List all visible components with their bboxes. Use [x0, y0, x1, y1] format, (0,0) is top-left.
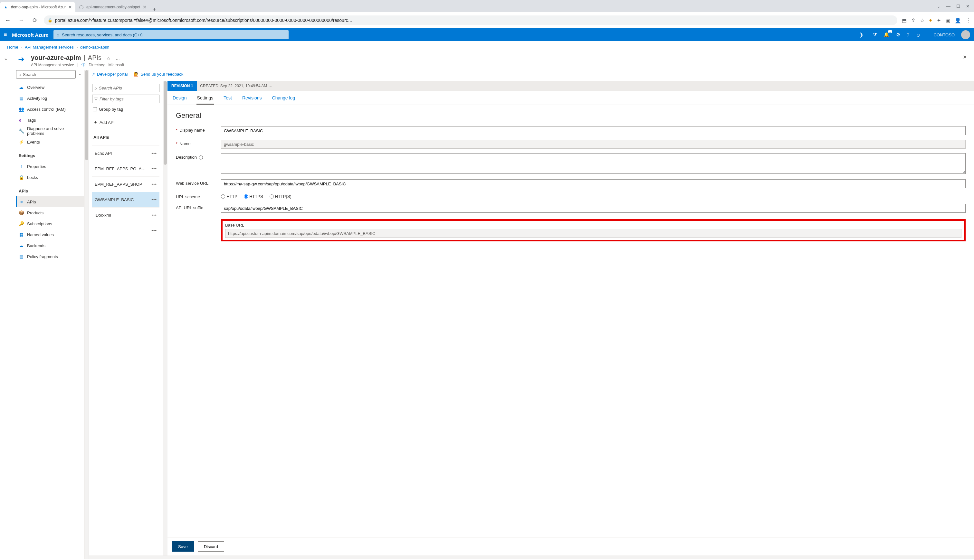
- url-input[interactable]: 🔒 portal.azure.com/?feature.customportal…: [44, 15, 897, 25]
- radio-http[interactable]: HTTP: [221, 194, 237, 199]
- azure-brand[interactable]: Microsoft Azure: [12, 32, 48, 38]
- save-button[interactable]: Save: [172, 541, 194, 552]
- all-apis-heading[interactable]: All APIs: [92, 132, 159, 143]
- menu-item-activity-log[interactable]: ▤Activity log: [16, 93, 84, 103]
- menu-item-properties[interactable]: ⫿Properties: [16, 161, 84, 172]
- notifications-icon[interactable]: 🔔: [884, 32, 890, 38]
- menu-label: Locks: [27, 175, 38, 180]
- extension-icon[interactable]: ●: [929, 17, 932, 23]
- menu-item-events[interactable]: ⚡Events: [16, 137, 84, 147]
- collapse-menu-icon[interactable]: «: [79, 72, 81, 77]
- back-button[interactable]: ←: [3, 16, 12, 25]
- tab-change-log[interactable]: Change log: [272, 93, 296, 105]
- menu-item-policy-fragments[interactable]: ▤Policy fragments: [16, 251, 84, 262]
- settings-icon[interactable]: ⚙: [896, 32, 900, 38]
- tab-test[interactable]: Test: [223, 93, 232, 105]
- discard-button[interactable]: Discard: [198, 541, 224, 552]
- radio-https[interactable]: HTTPS: [244, 194, 263, 199]
- info-icon[interactable]: ⓘ: [82, 62, 85, 68]
- extensions-icon[interactable]: ✦: [937, 17, 941, 23]
- maximize-icon[interactable]: ☐: [956, 4, 960, 9]
- api-url-suffix-input[interactable]: [221, 204, 966, 213]
- expand-icon[interactable]: »: [5, 57, 7, 62]
- browser-tab-azure[interactable]: ▲ demo-sap-apim - Microsoft Azur ✕: [0, 2, 75, 12]
- api-item[interactable]: Echo API•••: [92, 145, 159, 161]
- group-by-tag-checkbox[interactable]: Group by tag: [92, 105, 159, 113]
- menu-item-apis[interactable]: ➜APIs: [16, 196, 84, 207]
- more-icon[interactable]: •••: [151, 182, 157, 187]
- api-item[interactable]: EPM_REF_APPS_PO_A…•••: [92, 161, 159, 177]
- add-api-button[interactable]: ＋ Add API: [92, 115, 159, 129]
- menu-search-input[interactable]: ⌕ Search: [16, 70, 76, 78]
- tab-revisions[interactable]: Revisions: [242, 93, 262, 105]
- sidepanel-icon[interactable]: ▣: [946, 17, 950, 23]
- menu-scrollbar[interactable]: [84, 70, 89, 559]
- tab-settings[interactable]: Settings: [197, 93, 214, 105]
- developer-portal-link[interactable]: ↗ Developer portal: [92, 72, 127, 77]
- tab-design[interactable]: Design: [172, 93, 187, 105]
- install-icon[interactable]: ⬒: [902, 17, 907, 23]
- close-icon[interactable]: ✕: [143, 5, 147, 10]
- menu-item-access-control-iam-[interactable]: 👥Access control (IAM): [16, 103, 84, 115]
- profile-icon[interactable]: 👤: [955, 17, 961, 23]
- api-search-input[interactable]: ⌕ Search APIs: [92, 84, 159, 92]
- api-item[interactable]: iDoc-xml•••: [92, 207, 159, 223]
- web-service-url-input[interactable]: [221, 179, 966, 188]
- menu-icon[interactable]: ⋮: [966, 17, 971, 23]
- minimize-icon[interactable]: —: [946, 4, 951, 9]
- form-action-bar: Save Discard: [167, 537, 974, 555]
- bookmark-icon[interactable]: ☆: [920, 17, 924, 23]
- menu-item-products[interactable]: 📦Products: [16, 207, 84, 218]
- close-blade-icon[interactable]: ✕: [963, 54, 967, 60]
- more-icon[interactable]: •••: [151, 167, 157, 171]
- more-icon[interactable]: •••: [151, 213, 157, 218]
- menu-item-overview[interactable]: ☁Overview: [16, 82, 84, 93]
- menu-icon: ▦: [19, 232, 24, 237]
- filter-icon[interactable]: ⧩: [873, 32, 877, 38]
- api-item[interactable]: •••: [92, 223, 159, 238]
- breadcrumb-resource[interactable]: demo-sap-apim: [80, 45, 109, 50]
- help-icon[interactable]: ?: [907, 32, 909, 38]
- api-filter-input[interactable]: ▽ Filter by tags: [92, 95, 159, 103]
- api-item[interactable]: EPM_REF_APPS_SHOP•••: [92, 177, 159, 192]
- share-icon[interactable]: ⇪: [911, 17, 916, 23]
- breadcrumb-home[interactable]: Home: [7, 45, 18, 50]
- more-icon[interactable]: •••: [151, 151, 157, 156]
- api-list-scrollbar[interactable]: [163, 81, 167, 555]
- description-input[interactable]: [221, 153, 966, 174]
- menu-item-backends[interactable]: ☁Backends: [16, 240, 84, 251]
- feedback-icon[interactable]: ☺: [916, 32, 921, 38]
- feedback-link[interactable]: 🙋 Send us your feedback: [134, 72, 183, 77]
- chevron-down-icon[interactable]: ⌄: [269, 84, 272, 88]
- new-tab-button[interactable]: +: [150, 7, 159, 12]
- resource-type: API Management service: [31, 63, 74, 67]
- menu-item-diagnose-and-solve-problems[interactable]: 🔧Diagnose and solve problems: [16, 125, 84, 137]
- browser-tab-github[interactable]: ◯ api-management-policy-snippet ✕: [75, 2, 150, 12]
- reload-button[interactable]: ⟳: [30, 16, 39, 25]
- more-icon[interactable]: •••: [151, 197, 157, 202]
- display-name-input[interactable]: [221, 126, 966, 135]
- close-window-icon[interactable]: ✕: [966, 4, 969, 9]
- more-icon[interactable]: •••: [151, 228, 157, 233]
- hamburger-icon[interactable]: ≡: [4, 32, 7, 38]
- revision-badge[interactable]: REVISION 1: [167, 81, 197, 91]
- forward-button[interactable]: →: [17, 16, 26, 25]
- more-icon[interactable]: …: [115, 56, 120, 61]
- chevron-down-icon[interactable]: ⌄: [937, 4, 941, 9]
- menu-item-tags[interactable]: 🏷Tags: [16, 115, 84, 125]
- cloud-shell-icon[interactable]: ❯_: [859, 32, 866, 38]
- close-icon[interactable]: ✕: [68, 5, 72, 10]
- favorite-icon[interactable]: ☆: [107, 56, 110, 61]
- global-search-input[interactable]: ⌕ Search resources, services, and docs (…: [53, 30, 289, 39]
- radio-both[interactable]: HTTP(S): [270, 194, 291, 199]
- user-avatar[interactable]: [961, 30, 970, 39]
- menu-item-named-values[interactable]: ▦Named values: [16, 229, 84, 240]
- breadcrumb-service[interactable]: API Management services: [25, 45, 74, 50]
- info-icon[interactable]: ⓘ: [199, 155, 203, 161]
- horizontal-scrollbar[interactable]: [89, 555, 974, 559]
- menu-item-locks[interactable]: 🔒Locks: [16, 172, 84, 183]
- tenant-name[interactable]: CONTOSO: [934, 33, 955, 37]
- api-item[interactable]: GWSAMPLE_BASIC•••: [92, 192, 159, 207]
- menu-item-subscriptions[interactable]: 🔑Subscriptions: [16, 218, 84, 229]
- group-by-tag-input[interactable]: [93, 107, 97, 112]
